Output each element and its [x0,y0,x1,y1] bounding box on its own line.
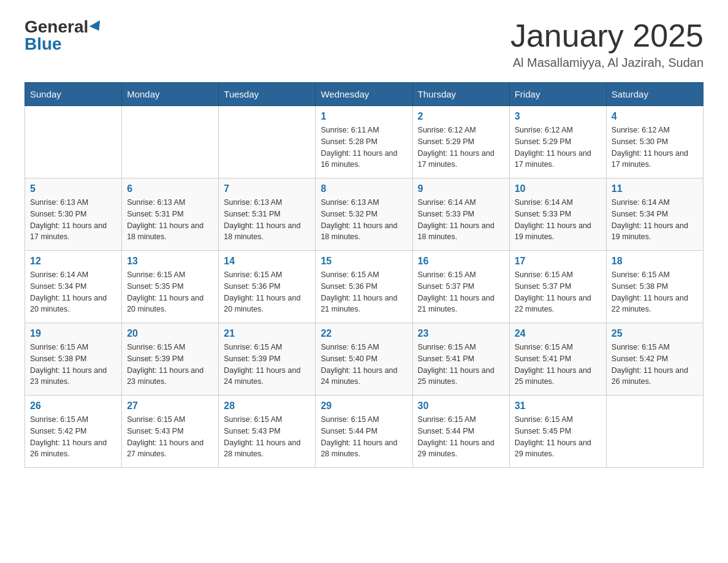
day-number: 23 [418,328,504,339]
location-subtitle: Al Masallamiyya, Al Jazirah, Sudan [510,56,703,70]
day-number: 25 [612,328,698,339]
day-info: Sunrise: 6:12 AM Sunset: 5:29 PM Dayligh… [515,124,601,170]
day-info: Sunrise: 6:15 AM Sunset: 5:38 PM Dayligh… [612,269,698,315]
day-number: 7 [224,183,310,194]
calendar-cell: 3Sunrise: 6:12 AM Sunset: 5:29 PM Daylig… [509,106,606,178]
calendar-cell: 21Sunrise: 6:15 AM Sunset: 5:39 PM Dayli… [219,323,316,396]
calendar-week-row: 5Sunrise: 6:13 AM Sunset: 5:30 PM Daylig… [25,178,703,251]
day-number: 20 [127,328,213,339]
day-number: 28 [224,400,310,412]
day-number: 3 [515,111,601,122]
logo: General Blue [25,18,103,53]
day-number: 8 [320,183,407,194]
logo-triangle-icon [89,20,104,34]
day-info: Sunrise: 6:13 AM Sunset: 5:30 PM Dayligh… [30,197,116,243]
day-info: Sunrise: 6:15 AM Sunset: 5:39 PM Dayligh… [127,342,213,388]
day-number: 14 [224,256,310,267]
day-number: 10 [515,183,601,194]
calendar-cell: 4Sunrise: 6:12 AM Sunset: 5:30 PM Daylig… [606,106,703,178]
day-number: 6 [127,183,213,194]
calendar-cell: 12Sunrise: 6:14 AM Sunset: 5:34 PM Dayli… [25,251,122,323]
calendar-header-sunday: Sunday [25,83,122,106]
day-number: 24 [515,328,601,339]
day-number: 4 [612,111,698,122]
day-number: 31 [515,400,601,412]
day-number: 11 [612,183,698,194]
day-number: 21 [224,328,310,339]
calendar-cell: 23Sunrise: 6:15 AM Sunset: 5:41 PM Dayli… [412,323,509,396]
calendar-cell: 6Sunrise: 6:13 AM Sunset: 5:31 PM Daylig… [122,178,219,251]
day-info: Sunrise: 6:15 AM Sunset: 5:42 PM Dayligh… [612,342,698,388]
calendar-cell: 10Sunrise: 6:14 AM Sunset: 5:33 PM Dayli… [509,178,606,251]
calendar-cell: 22Sunrise: 6:15 AM Sunset: 5:40 PM Dayli… [316,323,412,396]
calendar-header-saturday: Saturday [606,83,703,106]
day-number: 22 [320,328,407,339]
calendar-header-monday: Monday [122,83,219,106]
day-number: 12 [30,256,116,267]
calendar-header-wednesday: Wednesday [316,83,412,106]
calendar-cell: 31Sunrise: 6:15 AM Sunset: 5:45 PM Dayli… [509,396,606,468]
title-block: January 2025 Al Masallamiyya, Al Jazirah… [510,18,703,70]
page-header: General Blue January 2025 Al Masallamiyy… [25,18,703,70]
calendar-week-row: 1Sunrise: 6:11 AM Sunset: 5:28 PM Daylig… [25,106,703,178]
calendar-header-friday: Friday [509,83,606,106]
calendar-cell [25,106,122,178]
day-info: Sunrise: 6:15 AM Sunset: 5:35 PM Dayligh… [127,269,213,315]
logo-blue-text: Blue [25,36,103,53]
day-info: Sunrise: 6:14 AM Sunset: 5:34 PM Dayligh… [30,269,116,315]
calendar-cell: 26Sunrise: 6:15 AM Sunset: 5:42 PM Dayli… [25,396,122,468]
day-number: 1 [320,111,407,122]
calendar-cell: 28Sunrise: 6:15 AM Sunset: 5:43 PM Dayli… [219,396,316,468]
day-info: Sunrise: 6:15 AM Sunset: 5:36 PM Dayligh… [320,269,407,315]
day-info: Sunrise: 6:13 AM Sunset: 5:32 PM Dayligh… [320,197,407,243]
calendar-cell [219,106,316,178]
calendar-cell: 5Sunrise: 6:13 AM Sunset: 5:30 PM Daylig… [25,178,122,251]
day-info: Sunrise: 6:15 AM Sunset: 5:37 PM Dayligh… [515,269,601,315]
day-info: Sunrise: 6:15 AM Sunset: 5:43 PM Dayligh… [127,414,213,460]
calendar-cell: 24Sunrise: 6:15 AM Sunset: 5:41 PM Dayli… [509,323,606,396]
day-info: Sunrise: 6:15 AM Sunset: 5:45 PM Dayligh… [515,414,601,460]
calendar-cell: 20Sunrise: 6:15 AM Sunset: 5:39 PM Dayli… [122,323,219,396]
calendar-cell: 7Sunrise: 6:13 AM Sunset: 5:31 PM Daylig… [219,178,316,251]
calendar-header-row: SundayMondayTuesdayWednesdayThursdayFrid… [25,83,703,106]
day-info: Sunrise: 6:14 AM Sunset: 5:33 PM Dayligh… [515,197,601,243]
day-number: 29 [320,400,407,412]
day-info: Sunrise: 6:13 AM Sunset: 5:31 PM Dayligh… [224,197,310,243]
day-info: Sunrise: 6:15 AM Sunset: 5:42 PM Dayligh… [30,414,116,460]
calendar-cell: 14Sunrise: 6:15 AM Sunset: 5:36 PM Dayli… [219,251,316,323]
day-number: 19 [30,328,116,339]
calendar-cell: 2Sunrise: 6:12 AM Sunset: 5:29 PM Daylig… [412,106,509,178]
calendar-week-row: 26Sunrise: 6:15 AM Sunset: 5:42 PM Dayli… [25,396,703,468]
day-info: Sunrise: 6:13 AM Sunset: 5:31 PM Dayligh… [127,197,213,243]
calendar-table: SundayMondayTuesdayWednesdayThursdayFrid… [25,82,703,468]
calendar-cell: 29Sunrise: 6:15 AM Sunset: 5:44 PM Dayli… [316,396,412,468]
calendar-cell: 27Sunrise: 6:15 AM Sunset: 5:43 PM Dayli… [122,396,219,468]
day-info: Sunrise: 6:15 AM Sunset: 5:36 PM Dayligh… [224,269,310,315]
calendar-week-row: 12Sunrise: 6:14 AM Sunset: 5:34 PM Dayli… [25,251,703,323]
calendar-header-thursday: Thursday [412,83,509,106]
calendar-cell: 9Sunrise: 6:14 AM Sunset: 5:33 PM Daylig… [412,178,509,251]
calendar-cell [606,396,703,468]
day-info: Sunrise: 6:12 AM Sunset: 5:29 PM Dayligh… [418,124,504,170]
calendar-cell: 11Sunrise: 6:14 AM Sunset: 5:34 PM Dayli… [606,178,703,251]
day-info: Sunrise: 6:15 AM Sunset: 5:40 PM Dayligh… [320,342,407,388]
calendar-cell: 19Sunrise: 6:15 AM Sunset: 5:38 PM Dayli… [25,323,122,396]
day-info: Sunrise: 6:15 AM Sunset: 5:41 PM Dayligh… [515,342,601,388]
day-number: 30 [418,400,504,412]
calendar-week-row: 19Sunrise: 6:15 AM Sunset: 5:38 PM Dayli… [25,323,703,396]
day-number: 9 [418,183,504,194]
day-number: 26 [30,400,116,412]
calendar-cell: 13Sunrise: 6:15 AM Sunset: 5:35 PM Dayli… [122,251,219,323]
calendar-cell: 17Sunrise: 6:15 AM Sunset: 5:37 PM Dayli… [509,251,606,323]
day-info: Sunrise: 6:15 AM Sunset: 5:38 PM Dayligh… [30,342,116,388]
calendar-cell: 16Sunrise: 6:15 AM Sunset: 5:37 PM Dayli… [412,251,509,323]
day-number: 16 [418,256,504,267]
day-info: Sunrise: 6:15 AM Sunset: 5:37 PM Dayligh… [418,269,504,315]
day-number: 15 [320,256,407,267]
calendar-cell: 25Sunrise: 6:15 AM Sunset: 5:42 PM Dayli… [606,323,703,396]
day-info: Sunrise: 6:15 AM Sunset: 5:44 PM Dayligh… [418,414,504,460]
calendar-cell: 1Sunrise: 6:11 AM Sunset: 5:28 PM Daylig… [316,106,412,178]
day-number: 27 [127,400,213,412]
day-number: 5 [30,183,116,194]
day-info: Sunrise: 6:15 AM Sunset: 5:39 PM Dayligh… [224,342,310,388]
